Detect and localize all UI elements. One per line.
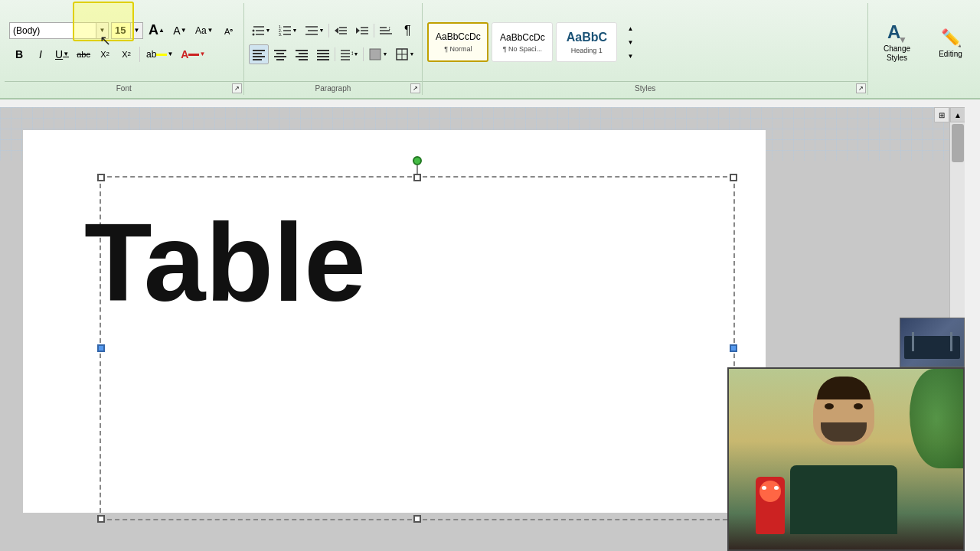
style-normal-label: ¶ Normal [432,45,484,53]
styles-group-label-bar: Styles ↗ [423,81,867,95]
pip-thumbnail-inner [900,318,964,367]
change-case-btn[interactable]: Aa▼ [192,21,217,41]
numbering-btn[interactable]: 1.2.3. ▼ [275,21,300,41]
bullets-btn[interactable]: ▼ [249,21,274,41]
para-sep4 [363,47,364,61]
borders-btn[interactable]: ▼ [392,44,417,64]
font-color-dropdown[interactable]: ▼ [199,51,205,57]
svg-marker-19 [356,28,360,34]
highlight-dropdown[interactable]: ▼ [167,51,173,57]
shading-btn[interactable]: ▼ [365,44,390,64]
handle-ml[interactable] [97,344,105,352]
styles-group-expand[interactable]: ↗ [856,83,866,93]
elmo-head [760,481,781,502]
separator1 [139,47,140,62]
bullets-arrow[interactable]: ▼ [266,28,271,33]
para-sep3 [335,47,335,61]
underline-dropdown-arrow[interactable]: ▼ [63,51,69,57]
handle-bl[interactable] [97,515,105,523]
svg-marker-15 [335,28,338,34]
align-left-icon [252,47,266,61]
increase-indent-btn[interactable] [352,21,372,41]
elmo-eye-r [774,486,779,490]
style-heading1[interactable]: AaBbC Heading 1 [556,22,617,62]
change-styles-group: A ▼ ChangeStyles [868,3,926,95]
webcam-eye-left [825,403,834,409]
style-normal[interactable]: AaBbCcDc ¶ Normal [427,22,488,62]
align-center-icon [273,47,287,61]
change-styles-label: ChangeStyles [884,44,910,63]
shrink-font-btn[interactable]: A▼ [170,21,190,41]
align-left-btn[interactable] [249,44,269,64]
handle-tl[interactable] [97,174,105,181]
para-sep2 [374,24,374,37]
rotation-handle[interactable] [413,156,422,165]
styles-group-label: Styles [635,84,655,93]
align-center-btn[interactable] [270,44,290,64]
editing-icon: ✏️ [939,27,962,50]
paragraph-group-expand[interactable]: ↗ [410,83,420,93]
editing-btn[interactable]: ✏️ Editing [936,24,965,61]
sort-icon: ↕ [379,24,393,37]
scroll-thumb[interactable] [952,124,964,162]
document-page[interactable]: Table [23,130,766,513]
style-nospace-label: ¶ No Spaci... [495,45,549,53]
align-right-btn[interactable] [292,44,312,64]
grow-font-btn[interactable]: A▲ [145,21,168,41]
clear-format-btn[interactable]: Aᵒ [219,21,239,41]
elmo-eye-l [762,486,766,490]
change-styles-label-bar [868,81,926,95]
justify-btn[interactable] [313,44,333,64]
font-size-value: 15 [112,24,130,36]
style-nospace[interactable]: AaBbCcDc ¶ No Spaci... [492,22,553,62]
line-spacing-btn[interactable]: ↕ ▼ [337,44,362,64]
handle-bc[interactable] [413,515,421,523]
font-group-label: Font [116,84,132,93]
svg-rect-48 [370,49,381,60]
shading-arrow[interactable]: ▼ [382,51,387,57]
line-spacing-arrow[interactable]: ▼ [354,51,359,57]
editing-group: ✏️ Editing [926,3,975,95]
styles-scroll-down[interactable]: ▼ [620,36,640,48]
handle-tc[interactable] [413,174,421,181]
ribbon: (Body) ▼ 15 ▼ A▲ A▼ Aa▼ [0,0,980,99]
svg-text:↕: ↕ [388,25,391,31]
webcam-body [790,465,897,534]
webcam-head [813,380,874,445]
multilevel-arrow[interactable]: ▼ [318,28,324,33]
change-styles-btn[interactable]: A ▼ ChangeStyles [880,18,913,66]
bold-btn[interactable]: B [9,44,29,64]
scroll-up-btn[interactable]: ▲ [950,107,965,122]
sort-btn[interactable]: ↕ [376,21,396,41]
borders-arrow[interactable]: ▼ [409,51,414,57]
font-size-dropdown[interactable]: ▼ [130,23,142,38]
font-name-dropdown[interactable]: ▼ [96,23,108,38]
subscript-btn[interactable]: X2 [95,44,115,64]
strikethrough-btn[interactable]: abc [74,44,93,64]
webcam-eye-right [854,403,863,409]
multilevel-btn[interactable]: ▼ [302,21,327,41]
handle-mr[interactable] [730,344,737,352]
svg-text:✏️: ✏️ [941,28,962,48]
underline-btn[interactable]: U ▼ [52,44,72,64]
webcam-overlay [727,367,965,551]
decrease-indent-btn[interactable] [331,21,351,41]
styles-scroll-up[interactable]: ▲ [620,22,640,34]
para-sep1 [328,24,329,37]
italic-btn[interactable]: I [31,44,51,64]
font-size-box[interactable]: 15 ▼ [111,22,143,39]
numbering-arrow[interactable]: ▼ [292,28,297,33]
highlight-btn[interactable]: ab ▼ [143,44,176,64]
font-name-box[interactable]: (Body) ▼ [9,22,109,39]
superscript-btn[interactable]: X2 [116,44,136,64]
pilcrow-btn[interactable]: ¶ [397,21,417,41]
styles-more-btn[interactable]: ▼ [620,50,640,62]
style-nospace-preview: AaBbCcDc [500,31,545,44]
view-options-btn[interactable]: ⊞ [934,107,949,122]
shading-icon [368,47,382,61]
font-group-expand[interactable]: ↗ [232,83,242,93]
svg-point-2 [252,29,254,31]
font-color-btn[interactable]: A ▼ [178,44,208,64]
style-normal-preview: AaBbCcDc [436,31,481,44]
handle-tr[interactable] [730,174,737,181]
